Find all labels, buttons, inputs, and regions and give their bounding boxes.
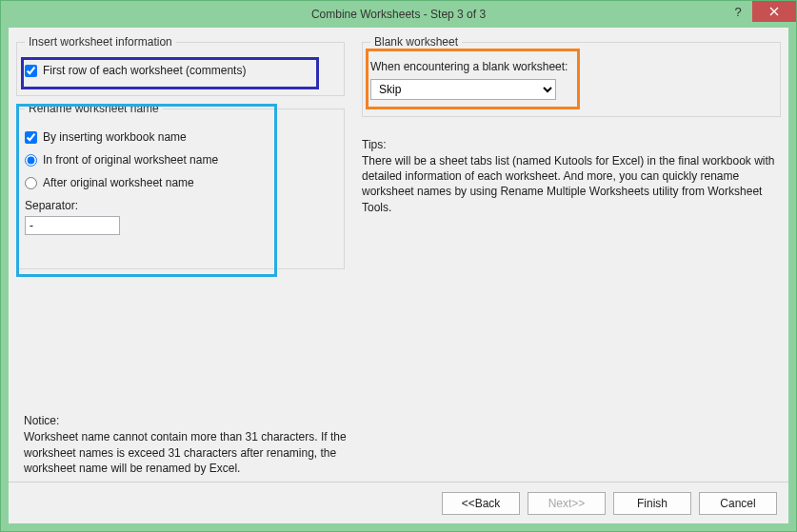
tips-body: There will be a sheet tabs list (named K… bbox=[362, 153, 781, 215]
notice-body: Worksheet name cannot contain more than … bbox=[24, 429, 348, 476]
radio-front-label: In front of original worksheet name bbox=[43, 153, 218, 167]
insert-info-legend: Insert worksheet information bbox=[25, 35, 176, 49]
rename-group: Rename worksheet name By inserting workb… bbox=[16, 102, 345, 269]
next-button: Next>> bbox=[528, 492, 606, 515]
dialog-content: Insert worksheet information First row o… bbox=[9, 28, 788, 523]
blank-action-select[interactable]: Skip bbox=[370, 79, 556, 100]
radio-front-row[interactable]: In front of original worksheet name bbox=[25, 153, 336, 167]
by-inserting-checkbox[interactable] bbox=[25, 131, 37, 144]
radio-after-row[interactable]: After original worksheet name bbox=[25, 176, 336, 189]
right-column: Blank worksheet When encountering a blan… bbox=[362, 35, 781, 482]
left-column: Insert worksheet information First row o… bbox=[16, 35, 345, 482]
notice-title: Notice: bbox=[24, 413, 348, 428]
help-button[interactable]: ? bbox=[724, 1, 752, 22]
dialog-window: Combine Worksheets - Step 3 of 3 ? Inser… bbox=[0, 0, 797, 532]
columns: Insert worksheet information First row o… bbox=[9, 28, 788, 482]
radio-after[interactable] bbox=[25, 177, 37, 189]
radio-after-label: After original worksheet name bbox=[43, 176, 194, 189]
button-bar: <<Back Next>> Finish Cancel bbox=[9, 482, 788, 523]
blank-worksheet-group: Blank worksheet When encountering a blan… bbox=[362, 35, 781, 117]
by-inserting-label: By inserting workbook name bbox=[43, 130, 187, 144]
close-icon bbox=[769, 7, 779, 16]
finish-button[interactable]: Finish bbox=[613, 492, 691, 515]
cancel-button[interactable]: Cancel bbox=[699, 492, 777, 515]
blank-select-wrap: Skip bbox=[370, 79, 556, 100]
titlebar-controls: ? bbox=[724, 1, 796, 22]
notice-block: Notice: Worksheet name cannot contain mo… bbox=[24, 413, 348, 476]
first-row-checkbox-label: First row of each worksheet (comments) bbox=[43, 64, 246, 77]
titlebar: Combine Worksheets - Step 3 of 3 ? bbox=[1, 1, 796, 28]
blank-label: When encountering a blank worksheet: bbox=[370, 60, 772, 73]
separator-label: Separator: bbox=[25, 199, 336, 212]
close-button[interactable] bbox=[752, 1, 796, 22]
first-row-checkbox-row[interactable]: First row of each worksheet (comments) bbox=[25, 64, 336, 77]
rename-legend: Rename worksheet name bbox=[25, 102, 163, 115]
first-row-checkbox[interactable] bbox=[25, 65, 37, 77]
separator-input[interactable] bbox=[25, 216, 120, 235]
blank-legend: Blank worksheet bbox=[370, 35, 462, 49]
insert-info-group: Insert worksheet information First row o… bbox=[16, 35, 345, 96]
radio-front[interactable] bbox=[25, 154, 37, 167]
tips-title: Tips: bbox=[362, 138, 781, 151]
window-title: Combine Worksheets - Step 3 of 3 bbox=[311, 8, 486, 21]
by-inserting-row[interactable]: By inserting workbook name bbox=[25, 130, 336, 144]
back-button[interactable]: <<Back bbox=[442, 492, 520, 515]
